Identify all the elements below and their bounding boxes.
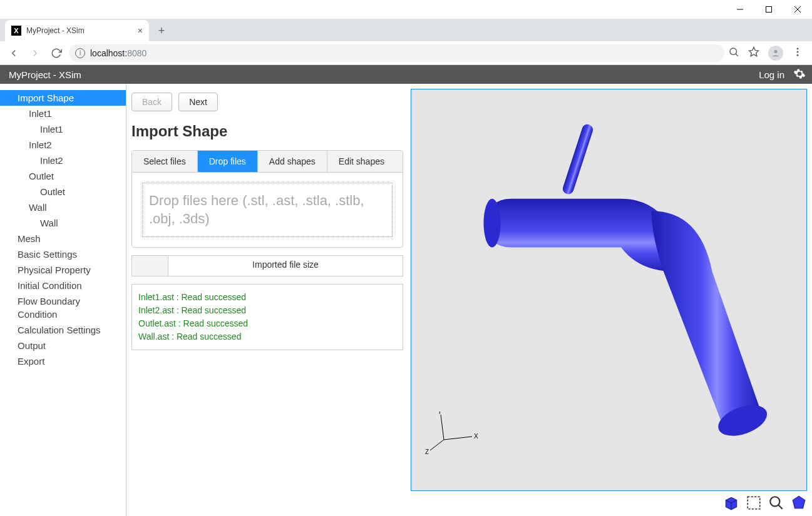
sidebar-item[interactable]: Wall	[0, 215, 126, 231]
svg-point-4	[730, 48, 737, 55]
app-header: MyProject - XSim Log in	[0, 65, 812, 84]
close-tab-icon[interactable]: ×	[138, 26, 143, 36]
form-pane: Back Next Import Shape Select files Drop…	[126, 84, 408, 516]
browser-toolbar: i localhost:8080	[0, 41, 812, 65]
axes-gizmo: X Y Z	[425, 412, 481, 455]
log-line: Outlet.ast : Read successed	[138, 317, 396, 330]
svg-text:Y: Y	[438, 412, 442, 415]
sidebar-item[interactable]: Mesh	[0, 231, 126, 246]
svg-line-14	[444, 437, 472, 440]
url-port: 8080	[127, 48, 146, 58]
svg-rect-24	[748, 497, 760, 509]
svg-line-18	[430, 440, 444, 450]
svg-line-16	[441, 415, 444, 440]
svg-text:X: X	[474, 433, 478, 440]
svg-rect-13	[562, 123, 595, 196]
svg-line-5	[736, 54, 738, 56]
sidebar-item[interactable]: Calculation Settings	[0, 322, 126, 338]
address-bar[interactable]: i localhost:8080	[69, 44, 724, 62]
drop-zone[interactable]: Drop files here (.stl, .ast, .stla, .stl…	[142, 183, 393, 237]
sidebar-item[interactable]: Outlet	[0, 184, 126, 200]
log-line: Wall.ast : Read successed	[138, 330, 396, 343]
svg-rect-1	[766, 7, 772, 13]
sidebar-item[interactable]: Import Shape	[0, 90, 126, 106]
tab-add-shapes[interactable]: Add shapes	[258, 151, 327, 172]
app-title: MyProject - XSim	[9, 69, 81, 80]
reload-icon[interactable]	[48, 44, 65, 62]
menu-dots-icon[interactable]	[792, 46, 803, 59]
import-log: Inlet1.ast : Read successedInlet2.ast : …	[131, 284, 403, 350]
3d-viewport[interactable]: X Y Z	[411, 89, 807, 491]
svg-point-10	[797, 54, 799, 56]
browser-tab-strip: X MyProject - XSim × +	[0, 19, 812, 41]
svg-line-26	[778, 505, 783, 509]
svg-point-11	[483, 199, 500, 248]
tab-title: MyProject - XSim	[26, 26, 133, 35]
next-button[interactable]: Next	[178, 93, 218, 111]
viewer-toolbar	[411, 491, 807, 511]
bookmark-star-icon[interactable]	[748, 46, 759, 59]
sidebar-item[interactable]: Basic Settings	[0, 246, 126, 262]
svg-point-25	[770, 497, 779, 506]
sidebar-item[interactable]: Initial Condition	[0, 278, 126, 293]
sidebar-item[interactable]: Physical Property	[0, 262, 126, 278]
tab-drop-files[interactable]: Drop files	[198, 151, 258, 172]
site-info-icon[interactable]: i	[75, 48, 85, 58]
zoom-icon[interactable]	[768, 495, 784, 511]
svg-point-9	[797, 51, 799, 53]
sidebar-item[interactable]: Inlet2	[0, 137, 126, 153]
svg-text:Z: Z	[425, 448, 429, 455]
url-host: localhost:	[90, 48, 127, 58]
browser-tab[interactable]: X MyProject - XSim ×	[5, 20, 149, 41]
sidebar-item[interactable]: Wall	[0, 200, 126, 215]
svg-point-8	[797, 48, 799, 49]
back-icon[interactable]	[5, 44, 23, 62]
svg-marker-27	[793, 496, 805, 508]
sidebar-item[interactable]: Outlet	[0, 168, 126, 184]
sidebar: Import ShapeInlet1Inlet1Inlet2Inlet2Outl…	[0, 84, 126, 516]
minimize-button[interactable]	[726, 0, 754, 19]
sidebar-item[interactable]: Export	[0, 353, 126, 369]
sidebar-item[interactable]: Inlet1	[0, 121, 126, 137]
table-corner	[132, 256, 168, 276]
nav-tree: Import ShapeInlet1Inlet1Inlet2Inlet2Outl…	[0, 90, 126, 369]
profile-avatar-icon[interactable]	[768, 46, 783, 61]
settings-gear-icon[interactable]	[793, 68, 806, 82]
zoom-icon[interactable]	[728, 46, 739, 59]
tab-edit-shapes[interactable]: Edit shapes	[327, 151, 396, 172]
log-line: Inlet1.ast : Read successed	[138, 291, 396, 304]
maximize-button[interactable]	[754, 0, 783, 19]
cube-view-icon[interactable]	[723, 495, 739, 511]
select-box-icon[interactable]	[746, 495, 762, 511]
sidebar-item[interactable]: Inlet1	[0, 106, 126, 121]
svg-marker-6	[749, 48, 759, 56]
page-title: Import Shape	[131, 123, 403, 140]
new-tab-button[interactable]: +	[153, 22, 170, 39]
tab-select-files[interactable]: Select files	[132, 151, 198, 172]
os-titlebar	[0, 0, 812, 19]
sidebar-item[interactable]: Inlet2	[0, 153, 126, 168]
close-window-button[interactable]	[783, 0, 812, 19]
imported-file-table: Imported file size	[131, 255, 403, 276]
perspective-icon[interactable]	[791, 495, 807, 511]
import-tab-panel: Select files Drop files Add shapes Edit …	[131, 150, 403, 248]
back-button[interactable]: Back	[131, 93, 172, 111]
svg-point-7	[774, 49, 777, 53]
favicon-icon: X	[11, 26, 21, 36]
forward-icon[interactable]	[26, 44, 44, 62]
sidebar-item[interactable]: Output	[0, 338, 126, 353]
login-link[interactable]: Log in	[759, 69, 784, 80]
log-line: Inlet2.ast : Read successed	[138, 304, 396, 317]
sidebar-item[interactable]: Flow Boundary Condition	[0, 293, 126, 322]
table-header: Imported file size	[168, 256, 403, 276]
